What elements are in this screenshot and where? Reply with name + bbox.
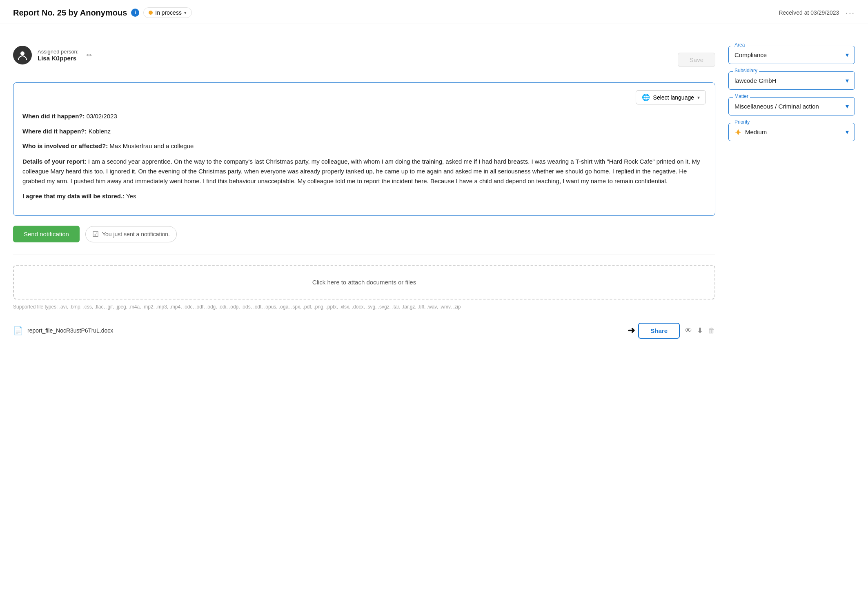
report-box: 🌐 Select language ▾ When did it happen?:… [13, 82, 715, 216]
assigned-info: Assigned person: Lisa Küppers [38, 49, 78, 62]
more-options-icon[interactable]: ··· [846, 8, 855, 18]
who-value-text: Max Musterfrau and a collegue [109, 142, 194, 149]
notification-row: Send notification ☑ You just sent a noti… [13, 226, 715, 242]
content-divider [13, 255, 715, 255]
priority-icon [734, 129, 742, 136]
where-field: Where did it happen?: Koblenz [22, 127, 706, 136]
subsidiary-field-group: Subsidiary lawcode GmbH ▾ [728, 71, 855, 90]
assigned-name: Lisa Küppers [38, 55, 78, 62]
where-value-text: Koblenz [89, 128, 111, 135]
avatar [13, 46, 32, 64]
subsidiary-chevron-icon: ▾ [846, 77, 849, 84]
details-label: Details of your report: [22, 158, 87, 165]
area-value: Compliance [734, 51, 767, 58]
supported-file-types: Supported file types: .avi, .bmp, .css, … [13, 304, 715, 311]
svg-point-0 [20, 51, 24, 55]
download-icon[interactable]: ⬇ [697, 326, 703, 335]
matter-value: Miscellaneous / Criminal action [734, 103, 819, 110]
details-value-text: I am a second year apprentice. On the wa… [22, 158, 700, 184]
agree-label: I agree that my data will be stored.: [22, 193, 125, 200]
area-legend: Area [733, 42, 746, 48]
priority-select-row[interactable]: Medium ▾ [729, 123, 855, 141]
received-date: Received at 03/29/2023 [779, 9, 839, 16]
matter-select-row[interactable]: Miscellaneous / Criminal action ▾ [729, 98, 855, 115]
delete-icon[interactable]: 🗑 [708, 326, 715, 335]
when-field: When did it happen?: 03/02/2023 [22, 112, 706, 121]
right-panel: Area Compliance ▾ Subsidiary lawcode Gmb… [728, 46, 855, 343]
assigned-row: Assigned person: Lisa Küppers ✏ [13, 46, 92, 64]
assigned-header-row: Assigned person: Lisa Küppers ✏ Save [13, 46, 715, 73]
priority-value: Medium [745, 129, 767, 135]
arrow-right-icon: ➜ [628, 325, 635, 336]
matter-field-group: Matter Miscellaneous / Criminal action ▾ [728, 97, 855, 115]
language-select-button[interactable]: 🌐 Select language ▾ [636, 90, 706, 104]
share-button[interactable]: Share [638, 323, 680, 339]
status-label: In process [155, 9, 182, 16]
file-actions: ➜ Share 👁 ⬇ 🗑 [628, 323, 715, 339]
when-label: When did it happen?: [22, 113, 85, 120]
file-name: report_file_NocR3ustP6TruL.docx [27, 327, 623, 334]
area-select-row[interactable]: Compliance ▾ [729, 46, 855, 64]
lang-chevron-icon: ▾ [697, 95, 700, 100]
agree-value-text: Yes [126, 193, 136, 200]
agree-field: I agree that my data will be stored.: Ye… [22, 192, 706, 201]
details-field: Details of your report: I am a second ye… [22, 157, 706, 186]
area-field-group: Area Compliance ▾ [728, 46, 855, 64]
header-divider [0, 26, 868, 26]
sent-badge: ☑ You just sent a notification. [85, 226, 177, 242]
left-panel: Assigned person: Lisa Küppers ✏ Save 🌐 S… [13, 46, 715, 343]
subsidiary-legend: Subsidiary [733, 68, 759, 73]
page-header: Report No. 25 by Anonymous i In process … [0, 0, 868, 24]
share-btn-wrapper: ➜ Share [628, 323, 680, 339]
lang-select-row: 🌐 Select language ▾ [22, 90, 706, 104]
globe-icon: 🌐 [642, 93, 650, 101]
file-row: 📄 report_file_NocR3ustP6TruL.docx ➜ Shar… [13, 319, 715, 343]
priority-inner: Medium [734, 129, 767, 136]
main-content: Assigned person: Lisa Küppers ✏ Save 🌐 S… [0, 36, 868, 353]
status-dot [149, 11, 153, 15]
sent-label: You just sent a notification. [102, 231, 170, 237]
area-chevron-icon: ▾ [846, 51, 849, 59]
priority-chevron-icon: ▾ [846, 128, 849, 136]
page-title: Report No. 25 by Anonymous [13, 8, 127, 18]
send-notification-button[interactable]: Send notification [13, 226, 80, 242]
subsidiary-select-row[interactable]: lawcode GmbH ▾ [729, 72, 855, 89]
priority-field-group: Priority Medium ▾ [728, 123, 855, 141]
status-chevron-icon: ▾ [184, 10, 187, 16]
save-button[interactable]: Save [678, 53, 715, 67]
info-icon[interactable]: i [131, 9, 139, 17]
header-left: Report No. 25 by Anonymous i In process … [13, 7, 192, 18]
subsidiary-value: lawcode GmbH [734, 77, 777, 84]
who-field: Who is involved or affected?: Max Muster… [22, 142, 706, 151]
where-label: Where did it happen?: [22, 128, 87, 135]
drop-zone-label: Click here to attach documents or files [312, 279, 416, 286]
svg-marker-1 [735, 129, 741, 135]
lang-select-label: Select language [653, 94, 694, 101]
edit-assigned-icon[interactable]: ✏ [87, 51, 92, 59]
status-badge[interactable]: In process ▾ [143, 7, 192, 18]
priority-legend: Priority [733, 119, 751, 125]
matter-chevron-icon: ▾ [846, 102, 849, 110]
assigned-label: Assigned person: [38, 49, 78, 55]
when-value-text: 03/02/2023 [87, 113, 117, 120]
view-icon[interactable]: 👁 [685, 326, 692, 335]
who-label: Who is involved or affected?: [22, 142, 108, 149]
file-drop-zone[interactable]: Click here to attach documents or files [13, 265, 715, 300]
file-doc-icon: 📄 [13, 326, 23, 335]
header-right: Received at 03/29/2023 ··· [779, 8, 855, 18]
check-icon: ☑ [92, 230, 99, 239]
matter-legend: Matter [733, 93, 750, 99]
